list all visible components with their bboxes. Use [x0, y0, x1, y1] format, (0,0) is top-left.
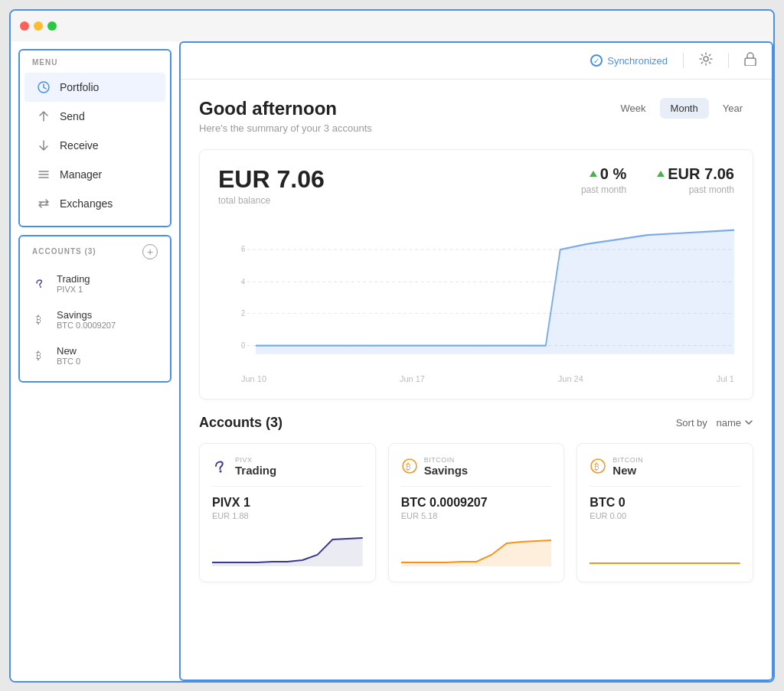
add-account-button[interactable]: + — [142, 244, 158, 259]
pivx-card-icon — [212, 458, 229, 474]
svg-point-14 — [220, 471, 222, 473]
sync-icon: ✓ — [590, 54, 603, 67]
send-label: Send — [60, 110, 85, 122]
accounts-cards-grid: PIVX Trading PIVX 1 EUR 1.88 — [199, 443, 753, 582]
account-trading-name: Trading — [57, 273, 90, 285]
accounts-header: ACCOUNTS (3) + — [20, 244, 170, 266]
sidebar-item-exchanges[interactable]: Exchanges — [24, 189, 165, 218]
time-filters: Week Month Year — [610, 98, 753, 119]
minimize-button[interactable] — [34, 21, 43, 31]
svg-text:4: 4 — [241, 276, 246, 285]
card-savings[interactable]: ₿ BITCOIN Savings BTC 0.0009207 EUR — [388, 443, 565, 582]
card-new[interactable]: ₿ BITCOIN New BTC 0 EUR 0.00 — [577, 443, 753, 582]
account-new-info: New BTC 0 — [57, 345, 80, 366]
x-label-3: Jul 1 — [717, 374, 734, 383]
send-icon — [37, 109, 51, 123]
card-savings-balance-main: BTC 0.0009207 — [401, 496, 552, 510]
sidebar-item-portfolio[interactable]: Portfolio — [24, 73, 165, 102]
card-savings-coin-info: BITCOIN Savings — [424, 456, 469, 477]
main-content: ✓ Synchronized — [179, 41, 773, 681]
card-savings-header: ₿ BITCOIN Savings — [401, 456, 552, 477]
greeting-section: Good afternoon Here's the summary of you… — [199, 98, 753, 134]
card-trading-chart — [212, 528, 363, 566]
svg-text:2: 2 — [241, 308, 246, 318]
card-trading[interactable]: PIVX Trading PIVX 1 EUR 1.88 — [199, 443, 376, 582]
btc-card-icon-savings: ₿ — [401, 458, 418, 474]
sidebar-account-savings[interactable]: ₿ Savings BTC 0.0009207 — [20, 301, 170, 337]
total-balance-label: total balance — [218, 195, 550, 206]
card-new-divider — [590, 486, 740, 487]
svg-point-4 — [704, 57, 708, 61]
sidebar-item-send[interactable]: Send — [24, 102, 165, 131]
accounts-label: ACCOUNTS (3) — [32, 247, 96, 256]
account-new-balance: BTC 0 — [57, 357, 80, 366]
svg-text:6: 6 — [241, 244, 246, 253]
card-new-header: ₿ BITCOIN New — [590, 456, 740, 477]
sort-by-value: name — [716, 417, 741, 429]
total-balance-section: EUR 7.06 total balance — [218, 165, 550, 206]
card-savings-divider — [401, 486, 552, 487]
x-label-0: Jun 10 — [241, 374, 266, 383]
stat-eur-label: past month — [657, 184, 734, 195]
svg-text:0: 0 — [241, 341, 246, 350]
settings-icon[interactable] — [699, 52, 713, 69]
card-trading-balance-sub: EUR 1.88 — [212, 511, 363, 520]
stat-eur: EUR 7.06 past month — [657, 165, 734, 195]
manager-icon — [37, 168, 51, 181]
card-savings-coin-name: Savings — [424, 464, 469, 477]
card-trading-divider — [212, 486, 363, 487]
balance-chart: 0 2 4 6 — [241, 218, 734, 371]
card-new-coin-type: BITCOIN — [612, 456, 643, 464]
x-label-2: Jun 24 — [558, 374, 583, 383]
receive-label: Receive — [60, 139, 99, 152]
sidebar-item-manager[interactable]: Manager — [24, 160, 165, 189]
maximize-button[interactable] — [47, 21, 57, 31]
lock-icon[interactable] — [744, 52, 756, 69]
top-bar: ✓ Synchronized — [181, 43, 772, 80]
sync-status: ✓ Synchronized — [590, 54, 668, 67]
card-new-chart — [590, 528, 740, 566]
sidebar-account-trading[interactable]: Trading PIVX 1 — [20, 266, 170, 301]
portfolio-icon — [37, 80, 51, 94]
chart-container: 0 2 4 6 — [218, 218, 734, 371]
svg-text:₿: ₿ — [36, 350, 41, 361]
sidebar: MENU Portfolio — [11, 41, 179, 681]
traffic-lights — [20, 21, 57, 31]
account-trading-balance: PIVX 1 — [57, 285, 90, 294]
accounts-cards-section: Accounts (3) Sort by name — [199, 415, 753, 582]
stat-percent: 0 % past month — [581, 165, 626, 195]
card-new-coin-name: New — [612, 464, 643, 477]
account-new-name: New — [57, 345, 80, 357]
sort-by-control[interactable]: Sort by name — [676, 417, 753, 429]
btc-icon-savings: ₿ — [32, 311, 49, 328]
chart-x-labels: Jun 10 Jun 17 Jun 24 Jul 1 — [218, 371, 734, 383]
account-savings-name: Savings — [57, 309, 116, 321]
x-label-1: Jun 17 — [400, 374, 425, 383]
card-new-balance-main: BTC 0 — [590, 496, 740, 510]
card-new-balance-sub: EUR 0.00 — [590, 511, 740, 520]
portfolio-content: Good afternoon Here's the summary of you… — [181, 80, 772, 680]
svg-rect-5 — [745, 58, 756, 66]
close-button[interactable] — [20, 21, 29, 31]
receive-icon — [37, 139, 51, 152]
portfolio-label: Portfolio — [60, 81, 99, 93]
svg-text:₿: ₿ — [36, 314, 41, 325]
total-balance-amount: EUR 7.06 — [218, 165, 550, 194]
stat-percent-label: past month — [581, 184, 626, 195]
sync-label: Synchronized — [607, 55, 668, 67]
filter-week[interactable]: Week — [610, 98, 657, 119]
sidebar-item-receive[interactable]: Receive — [24, 131, 165, 160]
menu-label: MENU — [20, 58, 170, 73]
card-trading-header: PIVX Trading — [212, 456, 363, 477]
card-trading-coin-type: PIVX — [235, 456, 276, 464]
accounts-section-header: Accounts (3) Sort by name — [199, 415, 753, 431]
chevron-down-icon — [744, 418, 753, 427]
balance-stats: 0 % past month EUR 7.06 past month — [581, 165, 734, 195]
exchanges-icon — [37, 197, 51, 210]
filter-year[interactable]: Year — [712, 98, 753, 119]
arrow-up-icon — [590, 171, 597, 177]
filter-month[interactable]: Month — [660, 98, 709, 119]
greeting-title: Good afternoon — [199, 98, 372, 119]
pivx-icon — [32, 275, 49, 292]
sidebar-account-new[interactable]: ₿ New BTC 0 — [20, 337, 170, 373]
